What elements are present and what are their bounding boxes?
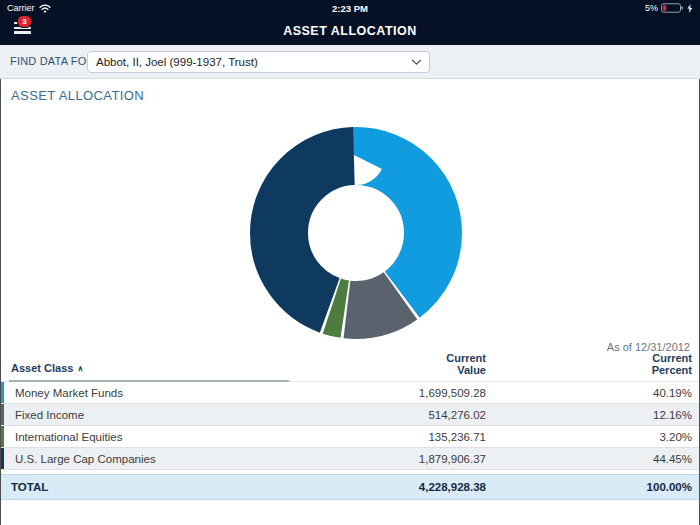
battery-percent-label: 5%: [645, 3, 658, 13]
status-bar: Carrier 2:23 PM 5%: [0, 0, 700, 16]
asset-class-cell: International Equities: [15, 431, 122, 443]
current-value-cell: 514,276.02: [428, 409, 486, 421]
sort-asc-icon: ∧: [77, 364, 83, 373]
find-data-selected-value: Abbot, II, Joel (999-1937, Trust): [96, 56, 411, 68]
total-label: TOTAL: [11, 481, 48, 493]
total-row: TOTAL 4,228,928.38 100.00%: [1, 474, 699, 500]
total-percent: 100.00%: [647, 481, 692, 493]
as-of-date: As of 12/31/2012: [1, 341, 699, 354]
table-row[interactable]: Fixed Income514,276.0212.16%: [1, 404, 699, 426]
section-title: ASSET ALLOCATION: [11, 88, 699, 103]
current-value-cell: 1,879,906.37: [419, 453, 486, 465]
carrier-label: Carrier: [7, 3, 35, 13]
find-data-select[interactable]: Abbot, II, Joel (999-1937, Trust): [87, 51, 430, 73]
current-percent-cell: 3.20%: [659, 431, 692, 443]
asset-class-cell: Money Market Funds: [15, 387, 123, 399]
page-title: ASSET ALLOCATION: [0, 24, 700, 38]
column-header-current-percent: Current Percent: [652, 352, 692, 376]
asset-table-body: Money Market Funds1,699,509.2840.19%Fixe…: [1, 382, 699, 470]
total-value: 4,228,928.38: [419, 481, 486, 493]
main-content: ASSET ALLOCATION As of 12/31/2012 Asset …: [0, 79, 700, 525]
table-header: Asset Class∧ Current Value Current Perce…: [1, 354, 699, 382]
current-percent-cell: 44.45%: [653, 453, 692, 465]
app-screen: Carrier 2:23 PM 5%: [0, 0, 700, 525]
current-value-cell: 1,699,509.28: [419, 387, 486, 399]
asset-allocation-donut-chart: [250, 127, 462, 339]
chart-area: [1, 127, 699, 339]
asset-color-indicator: [1, 404, 4, 425]
asset-class-cell: Fixed Income: [15, 409, 84, 421]
table-row[interactable]: International Equities135,236.713.20%: [1, 426, 699, 448]
find-data-label: FIND DATA FOR: [10, 55, 95, 67]
clock: 2:23 PM: [147, 3, 553, 14]
battery-icon: [661, 3, 684, 13]
asset-class-cell: U.S. Large Cap Companies: [15, 453, 156, 465]
current-percent-cell: 12.16%: [653, 409, 692, 421]
asset-color-indicator: [1, 448, 4, 469]
column-header-asset-class[interactable]: Asset Class∧: [11, 362, 83, 374]
table-row[interactable]: Money Market Funds1,699,509.2840.19%: [1, 382, 699, 404]
column-header-current-value: Current Value: [446, 352, 486, 376]
chevron-down-icon: [411, 59, 422, 66]
wifi-icon: [39, 4, 51, 13]
nav-bar: 3 ASSET ALLOCATION: [0, 16, 700, 45]
current-percent-cell: 40.19%: [653, 387, 692, 399]
asset-color-indicator: [1, 382, 4, 403]
table-row[interactable]: U.S. Large Cap Companies1,879,906.3744.4…: [1, 448, 699, 470]
find-data-bar: FIND DATA FOR Abbot, II, Joel (999-1937,…: [0, 45, 700, 79]
current-value-cell: 135,236.71: [428, 431, 486, 443]
asset-color-indicator: [1, 426, 4, 447]
charging-bolt-icon: [687, 4, 693, 13]
